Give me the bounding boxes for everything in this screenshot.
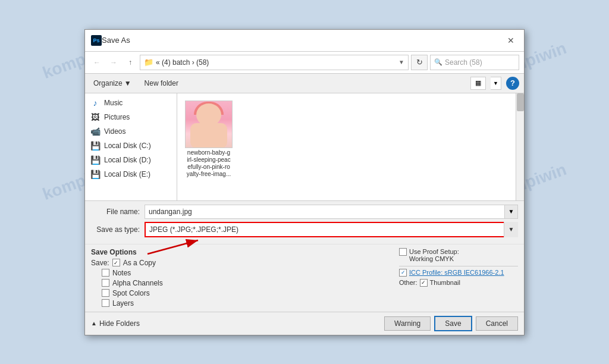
use-proof-checkbox[interactable]	[399, 248, 407, 256]
save-label-text: Save:	[91, 259, 109, 267]
alpha-checkbox[interactable]	[102, 279, 109, 287]
file-item[interactable]: newborn-baby-girl-sleeping-peacefully-on…	[182, 98, 236, 180]
folder-icon: 📁	[144, 58, 153, 67]
notes-label: Notes	[112, 269, 131, 277]
options-container: Save Options Save: ✓ As a Copy Notes Alp…	[85, 244, 524, 312]
save-options-panel: Save Options Save: ✓ As a Copy Notes Alp…	[91, 248, 399, 309]
up-button[interactable]: ↑	[123, 55, 137, 70]
bottom-bar: ▲ Hide Folders Warning Save Cancel	[85, 312, 524, 335]
nav-item-pictures[interactable]: 🖼 Pictures	[85, 110, 177, 124]
nav-item-local-d[interactable]: 💾 Local Disk (D:)	[85, 153, 177, 167]
search-box[interactable]: 🔍 Search (58)	[430, 55, 519, 70]
hide-folders-chevron-icon: ▲	[91, 320, 97, 327]
back-button[interactable]: ←	[90, 55, 104, 70]
save-button[interactable]: Save	[434, 316, 472, 331]
file-thumbnail	[185, 101, 233, 148]
nav-label-local-d: Local Disk (D:)	[104, 156, 151, 164]
layers-label: Layers	[112, 299, 134, 307]
path-chevron-icon: ▼	[398, 59, 404, 65]
file-grid: newborn-baby-girl-sleeping-peacefully-on…	[180, 96, 522, 183]
hide-folders-button[interactable]: ▲ Hide Folders	[91, 319, 140, 328]
nav-label-music: Music	[104, 99, 123, 107]
left-nav-panel: ♪ Music 🖼 Pictures 📹 Videos 💾 Local Disk…	[85, 93, 177, 200]
search-placeholder: Search (58)	[445, 58, 482, 67]
forward-button[interactable]: →	[106, 55, 121, 70]
dialog-title: Save As	[102, 36, 504, 45]
save-label-row: Save: ✓ As a Copy	[91, 259, 399, 267]
alpha-label: Alpha Channels	[112, 279, 163, 287]
form-area: File name: ▼ Save as type: JPEG (*.JPG;*…	[85, 201, 524, 244]
filetype-select[interactable]: JPEG (*.JPG;*.JPEG;*.JPE) ▼	[145, 222, 518, 237]
layers-checkbox[interactable]	[102, 299, 109, 307]
icc-checkbox[interactable]: ✓	[399, 269, 407, 277]
nav-label-local-c: Local Disk (C:)	[104, 142, 151, 150]
use-proof-row: Use Proof Setup: Working CMYK	[399, 248, 518, 262]
nav-item-local-c[interactable]: 💾 Local Disk (C:)	[85, 139, 177, 153]
baby-head	[196, 103, 221, 126]
warning-button[interactable]: Warning	[384, 316, 431, 331]
ps-icon: Ps	[91, 35, 102, 46]
organize-chevron-icon: ▼	[124, 79, 131, 87]
thumbnail-label: Thumbnail	[430, 279, 460, 286]
filename-row: File name: ▼	[91, 205, 518, 219]
layers-row: Layers	[91, 299, 399, 307]
save-as-dialog: Ps Save As ✕ ← → ↑ 📁 « (4) batch › (58) …	[84, 29, 525, 335]
color-options-panel: Use Proof Setup: Working CMYK ✓ ICC Prof…	[399, 248, 518, 309]
title-bar: Ps Save As ✕	[85, 30, 524, 52]
refresh-button[interactable]: ↻	[411, 55, 428, 70]
spot-colors-label: Spot Colors	[112, 289, 150, 297]
notes-checkbox[interactable]	[102, 269, 109, 277]
options-area: Save Options Save: ✓ As a Copy Notes Alp…	[85, 244, 524, 312]
content-area: ♪ Music 🖼 Pictures 📹 Videos 💾 Local Disk…	[85, 93, 524, 201]
cancel-button[interactable]: Cancel	[476, 316, 518, 331]
drive-e-icon: 💾	[90, 170, 101, 179]
nav-label-pictures: Pictures	[104, 113, 130, 121]
as-copy-label: As a Copy	[123, 259, 156, 267]
view-button[interactable]: ▦	[470, 77, 486, 90]
nav-label-local-e: Local Disk (E:)	[104, 170, 150, 178]
thumbnail-row: Other: ✓ Thumbnail	[399, 279, 518, 287]
filename-label: File name:	[91, 208, 145, 216]
filename-dropdown-button[interactable]: ▼	[505, 205, 518, 219]
toolbar: Organize ▼ New folder ▦ ▼ ?	[85, 74, 524, 93]
spot-colors-row: Spot Colors	[91, 289, 399, 297]
filetype-arrow-icon[interactable]: ▼	[504, 222, 518, 237]
as-copy-checkbox[interactable]: ✓	[112, 259, 120, 266]
notes-row: Notes	[91, 269, 399, 277]
right-scrollbar[interactable]	[516, 93, 524, 200]
address-bar: ← → ↑ 📁 « (4) batch › (58) ▼ ↻ 🔍 Search …	[85, 52, 524, 74]
nav-item-music[interactable]: ♪ Music	[85, 96, 177, 110]
use-proof-text: Use Proof Setup: Working CMYK	[409, 248, 459, 262]
other-label: Other:	[399, 279, 417, 286]
save-options-title: Save Options	[91, 248, 399, 256]
scrollbar-thumb	[517, 93, 524, 111]
nav-item-videos[interactable]: 📹 Videos	[85, 124, 177, 139]
view-chevron-button[interactable]: ▼	[491, 77, 501, 90]
alpha-row: Alpha Channels	[91, 279, 399, 287]
filetype-select-wrapper: JPEG (*.JPG;*.JPEG;*.JPE) ▼	[145, 222, 518, 237]
filetype-label: Save as type:	[91, 225, 145, 234]
nav-label-videos: Videos	[104, 127, 125, 136]
close-button[interactable]: ✕	[504, 33, 518, 48]
organize-button[interactable]: Organize ▼	[90, 77, 135, 89]
help-button[interactable]: ?	[506, 77, 519, 90]
filename-input[interactable]	[145, 205, 505, 219]
search-icon: 🔍	[434, 58, 442, 66]
thumbnail-checkbox[interactable]: ✓	[420, 279, 428, 287]
pictures-icon: 🖼	[90, 112, 101, 122]
filetype-row: Save as type: JPEG (*.JPG;*.JPEG;*.JPE) …	[91, 222, 518, 237]
icc-link[interactable]: ICC Profile: sRGB IEC61966-2.1	[409, 269, 504, 276]
drive-d-icon: 💾	[90, 155, 101, 165]
baby-image	[186, 101, 232, 148]
address-path[interactable]: 📁 « (4) batch › (58) ▼	[140, 55, 409, 70]
filetype-value: JPEG (*.JPG;*.JPEG;*.JPE)	[149, 225, 238, 234]
music-icon: ♪	[90, 98, 101, 108]
file-name-label: newborn-baby-girl-sleeping-peacefully-on…	[187, 149, 231, 178]
nav-item-local-e[interactable]: 💾 Local Disk (E:)	[85, 167, 177, 181]
icc-row: ✓ ICC Profile: sRGB IEC61966-2.1	[399, 269, 518, 277]
spot-colors-checkbox[interactable]	[102, 289, 109, 297]
organize-label: Organize	[93, 79, 123, 87]
new-folder-button[interactable]: New folder	[140, 77, 183, 89]
videos-icon: 📹	[90, 127, 101, 136]
drive-c-icon: 💾	[90, 141, 101, 150]
